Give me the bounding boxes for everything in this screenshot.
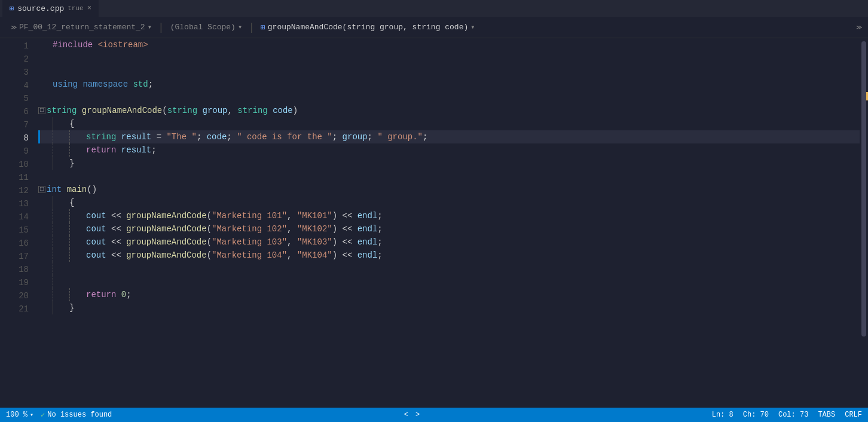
function-icon: ⊞ <box>261 23 265 32</box>
code-line-4: using namespace std; <box>38 78 860 91</box>
status-bar: 100 % ▾ ✓ No issues found < > Ln: 8 Ch: … <box>0 408 868 422</box>
scope-divider-2: | <box>248 22 255 33</box>
code-editor[interactable]: #include <iostream> using namespace std;… <box>36 38 860 408</box>
line-num-15: 15 <box>0 224 36 237</box>
collapse-icon-6[interactable]: □ <box>38 107 45 114</box>
nav-left[interactable]: < <box>402 411 411 419</box>
zoom-label: 100 % <box>6 411 27 419</box>
status-ok-icon: ✓ <box>41 411 45 420</box>
scope-global-dropdown[interactable]: ▾ <box>238 23 242 32</box>
line-num-9: 9 <box>0 145 36 158</box>
status-ln: Ln: 8 <box>712 411 733 419</box>
code-line-1: #include <iostream> <box>38 38 860 51</box>
line-num-4: 4 <box>0 79 36 92</box>
scope-global[interactable]: (Global Scope) ▾ <box>166 23 247 32</box>
collapse-icon-12[interactable]: □ <box>38 186 45 193</box>
line-num-19: 19 <box>0 276 36 289</box>
vertical-scrollbar[interactable] <box>860 38 868 408</box>
status-issues[interactable]: ✓ No issues found <box>41 411 112 420</box>
status-left: 100 % ▾ ✓ No issues found <box>6 411 112 420</box>
tab-modified: true <box>68 5 83 12</box>
code-line-16: cout << groupNameAndCode("Marketing 103"… <box>38 236 860 249</box>
code-line-5 <box>38 91 860 104</box>
code-line-2 <box>38 51 860 65</box>
status-issues-label: No issues found <box>47 411 112 419</box>
tab-label: source.cpp <box>17 4 64 13</box>
code-line-12: □ int main() <box>38 183 860 196</box>
line-num-6: 6 <box>0 105 36 118</box>
line-num-11: 11 <box>0 171 36 184</box>
code-line-17: cout << groupNameAndCode("Marketing 104"… <box>38 249 860 262</box>
line-num-17: 17 <box>0 250 36 263</box>
code-line-6: □ string groupNameAndCode(string group, … <box>38 104 860 117</box>
line-number-gutter: 1 2 3 4 5 6 7 8 9 10 11 12 13 14 15 16 1… <box>0 38 36 408</box>
active-line-indicator <box>38 130 40 143</box>
code-line-7: { <box>38 117 860 130</box>
scope-divider-1: | <box>158 22 164 33</box>
scope-expand-left[interactable]: ≫ <box>11 24 17 31</box>
code-line-18 <box>38 262 860 275</box>
scope-bar: ≫ PF_00_12_return_statement_2 ▾ | (Globa… <box>0 17 868 38</box>
scope-function-label: groupNameAndCode(string group, string co… <box>268 23 468 32</box>
code-line-14: cout << groupNameAndCode("Marketing 101"… <box>38 209 860 222</box>
status-ch: Ch: 70 <box>743 411 769 419</box>
code-line-3 <box>38 65 860 78</box>
line-num-12: 12 <box>0 184 36 197</box>
scope-global-label: (Global Scope) <box>170 23 236 32</box>
scrollbar-thumb[interactable] <box>861 41 866 337</box>
line-num-2: 2 <box>0 53 36 66</box>
code-line-20: return 0; <box>38 288 860 301</box>
status-crlf[interactable]: CRLF <box>845 411 862 419</box>
line-num-16: 16 <box>0 237 36 250</box>
line-num-13: 13 <box>0 197 36 210</box>
scope-function-dropdown[interactable]: ▾ <box>470 23 475 32</box>
code-line-13: { <box>38 196 860 209</box>
line-num-14: 14 <box>0 210 36 224</box>
tab-close-button[interactable]: × <box>87 4 91 13</box>
nav-right[interactable]: > <box>413 411 422 419</box>
active-tab[interactable]: ⊞ source.cpp true × <box>2 0 99 17</box>
code-line-10: } <box>38 157 860 170</box>
line-num-1: 1 <box>0 39 36 53</box>
line-num-20: 20 <box>0 289 36 302</box>
scope-file[interactable]: ≫ PF_00_12_return_statement_2 ▾ <box>6 23 157 32</box>
line-num-5: 5 <box>0 92 36 105</box>
code-line-15: cout << groupNameAndCode("Marketing 102"… <box>38 222 860 236</box>
file-icon: ⊞ <box>10 4 14 13</box>
scope-file-dropdown[interactable]: ▾ <box>148 23 152 32</box>
status-nav: < > <box>402 411 422 419</box>
scope-expand-right[interactable]: ≫ <box>856 24 862 31</box>
status-tabs[interactable]: TABS <box>818 411 835 419</box>
code-line-11 <box>38 170 860 183</box>
zoom-chevron: ▾ <box>30 411 33 418</box>
code-line-8: string result = "The "; code; " code is … <box>38 130 860 143</box>
status-right: Ln: 8 Ch: 70 Col: 73 TABS CRLF <box>712 411 862 419</box>
code-line-19 <box>38 275 860 288</box>
scope-function[interactable]: ⊞ groupNameAndCode(string group, string … <box>256 23 480 32</box>
code-line-9: return result; <box>38 143 860 157</box>
scope-file-label: PF_00_12_return_statement_2 <box>19 23 145 32</box>
status-zoom[interactable]: 100 % ▾ <box>6 411 33 419</box>
line-num-7: 7 <box>0 118 36 132</box>
title-bar: ⊞ source.cpp true × <box>0 0 868 17</box>
line-num-18: 18 <box>0 263 36 276</box>
line-num-10: 10 <box>0 158 36 171</box>
line-num-21: 21 <box>0 302 36 316</box>
line-num-3: 3 <box>0 66 36 79</box>
code-line-21: } <box>38 301 860 314</box>
status-col: Col: 73 <box>778 411 808 419</box>
editor-container: 1 2 3 4 5 6 7 8 9 10 11 12 13 14 15 16 1… <box>0 38 868 408</box>
line-num-8: 8 <box>0 132 36 145</box>
